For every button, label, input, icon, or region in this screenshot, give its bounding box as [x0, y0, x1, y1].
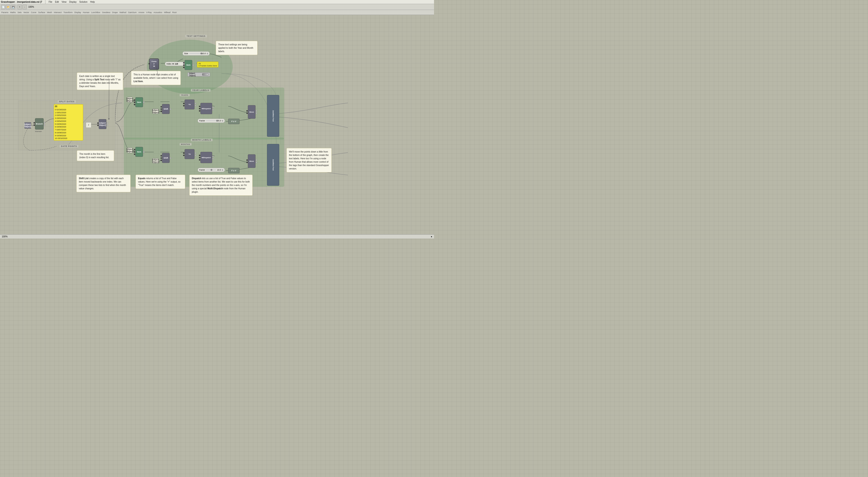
- menu-edit[interactable]: Edit: [55, 1, 59, 3]
- tab-amore[interactable]: Amore: [138, 11, 144, 13]
- toolbar-btn-open[interactable]: 📂: [6, 5, 10, 9]
- equals-years-ne[interactable]: [194, 105, 196, 106]
- toolbar-btn-zoom-in[interactable]: +: [18, 5, 22, 9]
- shift-months-out[interactable]: [170, 157, 171, 159]
- equals-months-node[interactable]: =≠: [183, 149, 196, 159]
- toolbar-btn-zoom-out[interactable]: -: [22, 5, 27, 9]
- tab-lunchbox[interactable]: LunchBox: [91, 11, 100, 13]
- shift-months-node[interactable]: Shift: [160, 153, 171, 163]
- split-node[interactable]: [object Object]: [97, 119, 108, 129]
- shift-months-w[interactable]: [160, 160, 162, 161]
- size-track[interactable]: [189, 53, 201, 54]
- franklin-gothic-node[interactable]: (0) 0 Franklin Gothic Demi: [197, 62, 218, 67]
- move-months-g[interactable]: [246, 159, 248, 161]
- dispatch-months-0[interactable]: [199, 157, 200, 159]
- menu-view[interactable]: View: [62, 1, 67, 3]
- factor-years-slider[interactable]: Factor 25.0: [198, 119, 225, 123]
- menu-display[interactable]: Display: [69, 1, 76, 3]
- split-out-r[interactable]: [106, 122, 108, 124]
- dispatch-years-dp[interactable]: [199, 106, 200, 107]
- equals-years-node[interactable]: =≠: [183, 100, 196, 109]
- dispatch-months-dp[interactable]: [199, 155, 200, 156]
- split-port-t[interactable]: [97, 122, 99, 124]
- equals-years-b[interactable]: [183, 105, 185, 106]
- justified-text-months[interactable]: Justified Text: [267, 144, 279, 186]
- tab-drape[interactable]: Drape: [112, 11, 118, 13]
- tab-geodeso[interactable]: Geodeso: [102, 11, 111, 13]
- tab-curve[interactable]: Curve: [31, 11, 36, 13]
- item-years-l[interactable]: [134, 99, 135, 101]
- equals-months-b[interactable]: [183, 155, 185, 156]
- toolbar-btn-save[interactable]: 💾: [11, 5, 16, 9]
- item-fonts-port-i[interactable]: [183, 64, 185, 66]
- tab-sets[interactable]: Sets: [18, 11, 22, 13]
- tab-display[interactable]: Display: [74, 11, 81, 13]
- move-years-node[interactable]: Move: [246, 105, 257, 119]
- dispatch-years-o0[interactable]: [212, 107, 214, 108]
- menu-file[interactable]: File: [49, 1, 52, 3]
- item-years-node[interactable]: Item: [134, 97, 145, 107]
- item-months-node[interactable]: Item: [134, 147, 145, 157]
- justified-text-years[interactable]: Justified Text: [267, 95, 279, 137]
- text-color-node[interactable]: [object Object]: [188, 72, 210, 76]
- branch-port-b[interactable]: [33, 124, 35, 126]
- branch-node[interactable]: Branch: [33, 118, 45, 130]
- shift-years-out[interactable]: [170, 108, 171, 110]
- tab-mesh[interactable]: Mesh: [47, 11, 52, 13]
- equals-years-eq[interactable]: [194, 103, 196, 104]
- split-out-v[interactable]: [106, 125, 108, 126]
- toolbar-btn-new[interactable]: 📄: [1, 5, 5, 9]
- slash-node[interactable]: /: [86, 122, 91, 128]
- factor-years-track[interactable]: [206, 120, 216, 121]
- equals-years-a[interactable]: [183, 103, 185, 104]
- dispatch-months-o0[interactable]: [212, 156, 214, 157]
- move-months-g-out[interactable]: [255, 159, 257, 161]
- tab-millead[interactable]: Millead: [164, 11, 170, 13]
- tab-vray[interactable]: V-Ray: [146, 11, 152, 13]
- equals-months-a[interactable]: [183, 152, 185, 154]
- shift-months-s[interactable]: [160, 157, 162, 159]
- tab-acoustics[interactable]: Acoustics: [154, 11, 162, 13]
- tab-maths[interactable]: Maths: [10, 11, 16, 13]
- split-port-d[interactable]: [97, 125, 99, 126]
- val2-node[interactable]: [object Object]: [127, 97, 133, 102]
- factor-months-out[interactable]: [222, 169, 223, 171]
- move-years-x-out[interactable]: [255, 112, 257, 114]
- move-years-m[interactable]: [246, 112, 248, 114]
- branch-port-t[interactable]: [33, 122, 35, 124]
- shift-years-l[interactable]: [160, 106, 162, 108]
- factor-months-slider[interactable]: Factor 10.0: [198, 168, 225, 172]
- equals-months-eq[interactable]: [194, 152, 196, 154]
- item-months-w[interactable]: [134, 154, 135, 155]
- fonts-port-left[interactable]: [149, 63, 150, 65]
- branch-out-1[interactable]: [43, 124, 45, 126]
- item-months-i[interactable]: [134, 151, 135, 153]
- item-fonts-port-l[interactable]: [183, 62, 185, 64]
- dispatch-years-o1[interactable]: [212, 109, 214, 110]
- item-years-w[interactable]: [134, 104, 135, 105]
- size-slider[interactable]: Size 10.0: [183, 52, 210, 56]
- factor-months-track[interactable]: [206, 169, 216, 170]
- index-port[interactable]: [173, 63, 174, 65]
- menu-help[interactable]: Help: [90, 1, 95, 3]
- dispatch-years-0[interactable]: [199, 108, 200, 109]
- factor-years-thumb[interactable]: [216, 120, 218, 122]
- move-years-g-out[interactable]: [255, 110, 257, 112]
- shift-years-node[interactable]: Shift: [160, 104, 171, 114]
- item-years-out[interactable]: [143, 102, 145, 103]
- move-months-node[interactable]: Move: [246, 154, 257, 168]
- tab-surface[interactable]: Surface: [38, 11, 45, 13]
- tab-intersect[interactable]: Intersect: [54, 11, 62, 13]
- item-months-out[interactable]: [143, 151, 145, 153]
- shift-years-s[interactable]: [160, 108, 162, 110]
- equals-months-ne[interactable]: [194, 155, 196, 156]
- value-zero-node[interactable]: [object Object]: [24, 122, 31, 129]
- tab-gainsum[interactable]: GainSum: [128, 11, 137, 13]
- canvas[interactable]: TEXT SETTINGS YEAR LABELS MONTH LABELS S…: [0, 15, 434, 234]
- item-months-l[interactable]: [134, 149, 135, 150]
- item-fonts-port-w[interactable]: [183, 67, 185, 68]
- dispatch-years-1[interactable]: [199, 110, 200, 112]
- factor-months-thumb[interactable]: [211, 169, 212, 171]
- item-fonts-node[interactable]: Item: [183, 60, 194, 70]
- tab-root[interactable]: Root: [173, 11, 177, 13]
